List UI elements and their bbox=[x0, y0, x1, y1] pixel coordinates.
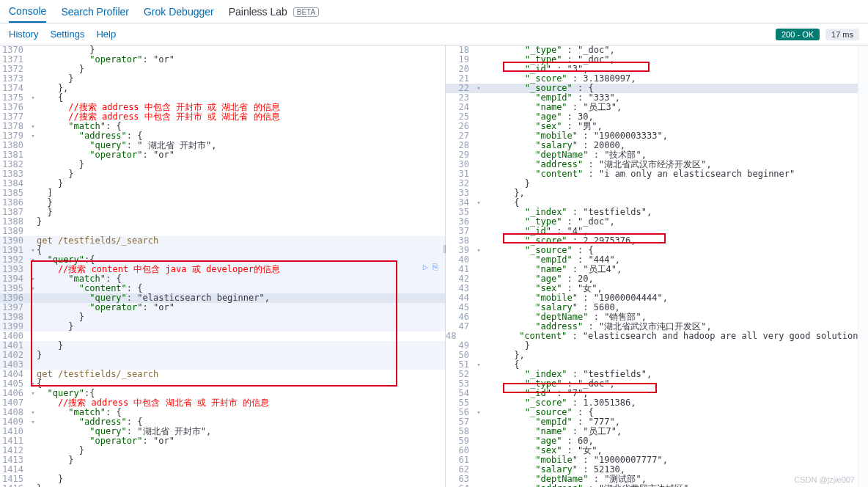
code-line[interactable]: 1387 } bbox=[0, 208, 445, 217]
code-line[interactable]: 1400 bbox=[0, 332, 445, 341]
code-line[interactable]: 1385 ] bbox=[0, 188, 445, 198]
code-text: } bbox=[37, 74, 445, 84]
code-line[interactable]: 1388 } bbox=[0, 217, 445, 227]
code-text: } bbox=[37, 65, 445, 74]
code-text: } bbox=[37, 446, 445, 455]
code-line[interactable]: 1384 } bbox=[0, 179, 445, 188]
code-line[interactable]: 64 "address" : "湖北省黄冈市边城区", bbox=[446, 484, 868, 487]
code-text: }, bbox=[482, 188, 868, 198]
code-text: "address" : "湖北省黄冈市边城区", bbox=[482, 484, 868, 487]
code-text: }, bbox=[482, 351, 868, 360]
help-link[interactable]: Help bbox=[96, 29, 116, 40]
code-line[interactable]: 1416 } bbox=[0, 484, 445, 487]
code-text: "operator": "or" bbox=[37, 55, 445, 65]
console-subbar: History Settings Help 200 - OK 17 ms bbox=[0, 23, 868, 45]
line-number: 1416 bbox=[0, 484, 29, 487]
code-line[interactable]: 1386 } bbox=[0, 198, 445, 208]
code-text: } bbox=[37, 351, 445, 360]
code-text: "content" : "i am only an elasticsearch … bbox=[482, 169, 868, 179]
tab-search-profiler[interactable]: Search Profiler bbox=[61, 1, 129, 22]
code-text bbox=[37, 465, 445, 475]
code-line[interactable]: 1415 } bbox=[0, 475, 445, 484]
code-text: "operator": "or" bbox=[37, 436, 445, 446]
tab-grok-debugger[interactable]: Grok Debugger bbox=[144, 1, 214, 22]
code-text: } bbox=[37, 455, 445, 465]
code-text: } bbox=[37, 160, 445, 169]
code-line[interactable]: 1402 } bbox=[0, 351, 445, 360]
code-line[interactable]: 1374 }, bbox=[0, 84, 445, 93]
code-text: } bbox=[37, 208, 445, 217]
code-line[interactable]: 1414 bbox=[0, 465, 445, 475]
response-viewer[interactable]: 18 "_type" : "_doc",19 "_type" : "_doc",… bbox=[446, 45, 868, 487]
request-editor[interactable]: 1370 }1371 "operator": "or"1372 }1373 }1… bbox=[0, 45, 446, 487]
code-line[interactable]: 1383 } bbox=[0, 169, 445, 179]
code-text: } bbox=[482, 341, 868, 351]
code-text bbox=[37, 332, 445, 341]
status-badge: 200 - OK bbox=[776, 29, 820, 40]
line-number: 64 bbox=[446, 484, 475, 487]
code-line[interactable]: 1399 } bbox=[0, 322, 445, 332]
code-text: ] bbox=[37, 188, 445, 198]
code-text: } bbox=[37, 341, 445, 351]
scrollbar-track[interactable] bbox=[858, 45, 868, 487]
code-text: get /testfields/_search bbox=[37, 370, 445, 379]
run-actions: ▷ ⎘ bbox=[423, 263, 438, 272]
pane-divider-handle[interactable]: ‖ bbox=[443, 244, 447, 253]
code-text: } bbox=[37, 179, 445, 188]
history-link[interactable]: History bbox=[9, 29, 38, 40]
code-line[interactable]: 1413 } bbox=[0, 455, 445, 465]
settings-link[interactable]: Settings bbox=[50, 29, 84, 40]
code-text: { bbox=[37, 246, 445, 255]
tab-painless-lab[interactable]: Painless Lab BETA bbox=[229, 1, 319, 22]
editor-panes: 1370 }1371 "operator": "or"1372 }1373 }1… bbox=[0, 45, 868, 487]
code-text: } bbox=[37, 475, 445, 484]
code-text: } bbox=[482, 179, 868, 188]
code-text: } bbox=[37, 217, 445, 227]
code-text: } bbox=[37, 169, 445, 179]
code-text: } bbox=[37, 484, 445, 487]
dev-tools-tabs: Console Search Profiler Grok Debugger Pa… bbox=[0, 0, 868, 23]
code-text: get /testfields/_search bbox=[37, 236, 445, 246]
wrench-icon[interactable]: ⎘ bbox=[433, 263, 438, 272]
code-line[interactable]: 1404 get /testfields/_search bbox=[0, 370, 445, 379]
code-text: }, bbox=[37, 84, 445, 93]
beta-badge: BETA bbox=[293, 7, 319, 17]
code-text: } bbox=[37, 312, 445, 322]
code-text: } bbox=[37, 198, 445, 208]
tab-painless-lab-label: Painless Lab bbox=[229, 6, 287, 18]
code-text: "operator": "or" bbox=[37, 150, 445, 160]
code-line[interactable]: 1401 } bbox=[0, 341, 445, 351]
play-icon[interactable]: ▷ bbox=[423, 263, 428, 272]
code-text: "operator": "or" bbox=[37, 303, 445, 312]
status-time: 17 ms bbox=[825, 29, 859, 40]
tab-console[interactable]: Console bbox=[9, 1, 46, 23]
code-text: } bbox=[37, 322, 445, 332]
code-line[interactable]: 1390 get /testfields/_search bbox=[0, 236, 445, 246]
code-text: { bbox=[37, 379, 445, 389]
